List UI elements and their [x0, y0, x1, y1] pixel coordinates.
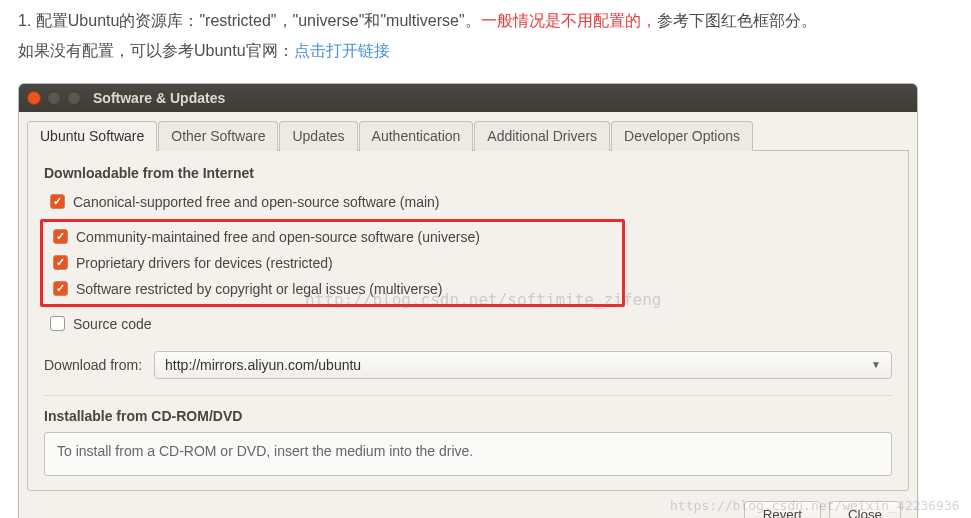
checkbox-main[interactable]: ✓ — [50, 194, 65, 209]
section-cdrom-title: Installable from CD-ROM/DVD — [44, 408, 892, 424]
intro-text-2: 参考下图红色框部分。 — [657, 12, 817, 29]
revert-button[interactable]: Revert — [744, 501, 821, 518]
tabs-bar: Ubuntu Software Other Software Updates A… — [27, 120, 909, 151]
checkbox-label-restricted: Proprietary drivers for devices (restric… — [76, 255, 333, 271]
tab-other-software[interactable]: Other Software — [158, 121, 278, 151]
checkbox-source-code[interactable]: ✓ — [50, 316, 65, 331]
checkbox-row-main: ✓ Canonical-supported free and open-sour… — [44, 189, 892, 215]
checkbox-label-main: Canonical-supported free and open-source… — [73, 194, 440, 210]
window-maximize-button[interactable] — [67, 91, 81, 105]
software-updates-window: Software & Updates Ubuntu Software Other… — [18, 83, 918, 518]
highlighted-red-box: ✓ Community-maintained free and open-sou… — [40, 219, 625, 307]
intro-text-3: 如果没有配置，可以参考Ubuntu官网： — [18, 42, 294, 59]
checkbox-universe[interactable]: ✓ — [53, 229, 68, 244]
checkbox-row-universe: ✓ Community-maintained free and open-sou… — [47, 224, 618, 250]
tab-ubuntu-software[interactable]: Ubuntu Software — [27, 121, 157, 151]
window-close-button[interactable] — [27, 91, 41, 105]
section-downloadable-title: Downloadable from the Internet — [44, 165, 892, 181]
divider — [44, 395, 892, 396]
titlebar: Software & Updates — [19, 84, 917, 112]
checkbox-label-universe: Community-maintained free and open-sourc… — [76, 229, 480, 245]
download-from-label: Download from: — [44, 357, 142, 373]
footer-buttons: Revert Close — [27, 491, 909, 518]
checkbox-label-multiverse: Software restricted by copyright or lega… — [76, 281, 442, 297]
cdrom-install-box: To install from a CD-ROM or DVD, insert … — [44, 432, 892, 476]
official-link[interactable]: 点击打开链接 — [294, 42, 390, 59]
tab-updates[interactable]: Updates — [279, 121, 357, 151]
intro-text-1: 1. 配置Ubuntu的资源库："restricted"，"universe"和… — [18, 12, 481, 29]
dropdown-caret-icon: ▼ — [871, 359, 881, 370]
download-from-value: http://mirrors.aliyun.com/ubuntu — [165, 357, 361, 373]
checkbox-row-multiverse: ✓ Software restricted by copyright or le… — [47, 276, 618, 302]
checkbox-restricted[interactable]: ✓ — [53, 255, 68, 270]
close-button[interactable]: Close — [829, 501, 901, 518]
checkbox-row-restricted: ✓ Proprietary drivers for devices (restr… — [47, 250, 618, 276]
tab-authentication[interactable]: Authentication — [359, 121, 474, 151]
intro-text-red: 一般情况是不用配置的， — [481, 12, 657, 29]
download-from-select[interactable]: http://mirrors.aliyun.com/ubuntu ▼ — [154, 351, 892, 379]
window-title: Software & Updates — [93, 90, 225, 106]
window-minimize-button[interactable] — [47, 91, 61, 105]
tab-additional-drivers[interactable]: Additional Drivers — [474, 121, 610, 151]
tab-content: Downloadable from the Internet ✓ Canonic… — [27, 151, 909, 491]
tab-developer-options[interactable]: Developer Options — [611, 121, 753, 151]
checkbox-multiverse[interactable]: ✓ — [53, 281, 68, 296]
checkbox-row-source: ✓ Source code — [44, 311, 892, 337]
checkbox-label-source: Source code — [73, 316, 152, 332]
